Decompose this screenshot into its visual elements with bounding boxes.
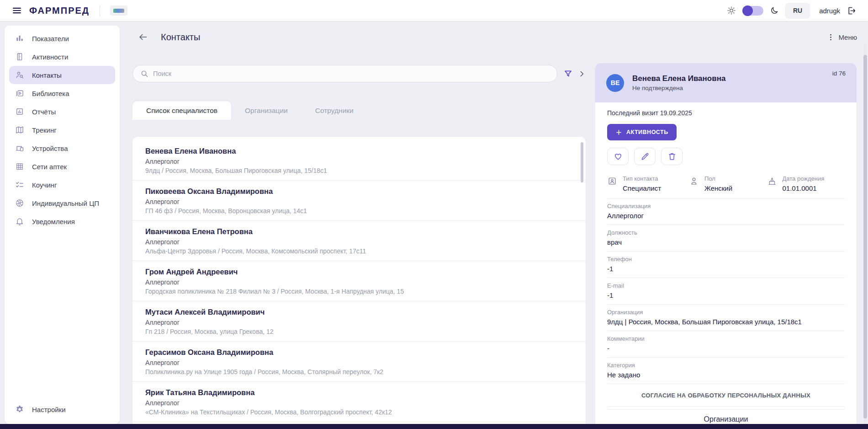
sidebar-item-icon bbox=[15, 125, 24, 134]
sidebar-item-label: Контакты bbox=[32, 71, 62, 79]
contact-list-item[interactable]: Венева Елена Ивановна Аллерголог 9лдц / … bbox=[132, 140, 586, 180]
sidebar-item[interactable]: Отчёты bbox=[9, 102, 115, 121]
filter-icon[interactable] bbox=[563, 69, 573, 79]
sidebar-item-label: Коучинг bbox=[32, 181, 57, 189]
edit-button[interactable] bbox=[634, 148, 656, 165]
summary-field: Дата рождения 01.01.0001 bbox=[767, 175, 845, 192]
consent-section-header[interactable]: СОГЛАСИЕ НА ОБРАБОТКУ ПЕРСОНАЛЬНЫХ ДАННЫ… bbox=[607, 384, 845, 407]
contact-item-name: Венева Елена Ивановна bbox=[145, 146, 573, 156]
theme-toggle[interactable] bbox=[742, 6, 763, 16]
sidebar-item-label: Показатели bbox=[32, 35, 69, 43]
field-value: -1 bbox=[607, 265, 845, 273]
add-activity-label: АКТИВНОСТЬ bbox=[626, 129, 668, 135]
contact-item-name: Герасимов Оксана Владимировна bbox=[145, 347, 573, 357]
contact-list-item[interactable]: Ярик Татьяна Владимировна Аллерголог «СМ… bbox=[132, 381, 586, 422]
delete-button[interactable] bbox=[661, 148, 683, 165]
contact-item-specialty: Аллерголог bbox=[145, 237, 573, 247]
contact-list-item[interactable]: Мутаси Алексей Владимирович Аллерголог Г… bbox=[132, 301, 586, 341]
hamburger-menu-icon[interactable] bbox=[12, 5, 22, 16]
detail-field: Организация 9лдц | Россия, Москва, Больш… bbox=[607, 305, 845, 331]
contact-detail-header: ВЕ Венева Елена Ивановна Не подтверждена… bbox=[595, 63, 857, 102]
field-value: Не задано bbox=[607, 371, 845, 379]
sidebar-item-icon bbox=[15, 70, 24, 80]
partner-logo-mark bbox=[113, 9, 124, 13]
topbar-right: RU adrugk bbox=[727, 3, 856, 18]
sidebar-item-icon bbox=[15, 52, 24, 61]
field-value: Женский bbox=[704, 184, 732, 192]
detail-field: E-mail -1 bbox=[607, 278, 845, 305]
contact-item-name: Мутаси Алексей Владимирович bbox=[145, 307, 573, 317]
contact-item-name: Гром Андрей Андреевич bbox=[145, 267, 573, 277]
detail-fields: Специализация Аллерголог Должность врач … bbox=[607, 198, 845, 384]
contact-list-item[interactable]: Иванчикова Елена Петровна Аллерголог Аль… bbox=[132, 220, 586, 261]
sidebar-item[interactable]: Индивидуальный ЦП bbox=[9, 194, 115, 212]
summary-field: Пол Женский bbox=[689, 175, 767, 192]
sidebar-item[interactable]: Устройства bbox=[9, 139, 115, 157]
contact-item-specialty: Аллерголог bbox=[145, 398, 573, 408]
language-button[interactable]: RU bbox=[785, 3, 810, 18]
contact-item-name: Ярик Татьяна Владимировна bbox=[145, 387, 573, 397]
page-scrollbar-thumb[interactable] bbox=[863, 55, 867, 418]
sidebar-item[interactable]: Трекинг bbox=[9, 121, 115, 139]
contact-list-item[interactable]: Пиковеева Оксана Владимировна Аллерголог… bbox=[132, 180, 586, 220]
field-label: Специализация bbox=[607, 203, 845, 209]
sidebar-item-label: Библиотека bbox=[32, 90, 69, 97]
sidebar-item[interactable]: Контакты bbox=[9, 66, 115, 84]
menu-button[interactable]: Меню bbox=[827, 33, 857, 41]
add-activity-button[interactable]: АКТИВНОСТЬ bbox=[607, 124, 677, 140]
tab-label: Организации bbox=[245, 107, 288, 115]
sidebar-item-icon bbox=[15, 144, 24, 153]
contact-list-item[interactable]: Герасимов Оксана Владимировна Аллерголог… bbox=[132, 341, 586, 381]
sun-icon bbox=[727, 6, 736, 15]
tab[interactable]: Список специалистов bbox=[132, 101, 231, 120]
sidebar-item[interactable]: Показатели bbox=[9, 29, 115, 48]
field-value: - bbox=[607, 344, 845, 352]
avatar: ВЕ bbox=[606, 74, 624, 92]
sidebar-item-label: Индивидуальный ЦП bbox=[32, 199, 99, 207]
sidebar-item-label: Сети аптек bbox=[32, 163, 67, 171]
detail-field: Комментарии - bbox=[607, 331, 845, 358]
contact-item-specialty: Аллерголог bbox=[145, 278, 573, 287]
search-input[interactable] bbox=[153, 70, 550, 77]
field-label: Тип контакта bbox=[623, 175, 661, 182]
logout-icon[interactable] bbox=[847, 6, 856, 16]
pencil-icon bbox=[640, 152, 650, 161]
contact-item-address: Городская поликлиника № 218 Филиал № 3 /… bbox=[145, 287, 573, 296]
topbar-left: ФАРМПРЕД bbox=[12, 5, 127, 16]
sidebar-item-label: Уведомления bbox=[32, 218, 75, 225]
field-value: 9лдц | Россия, Москва, Большая Пироговск… bbox=[607, 318, 845, 326]
chevron-right-icon[interactable] bbox=[578, 70, 586, 78]
topbar-divider bbox=[100, 5, 100, 16]
contact-detail-panel: ВЕ Венева Елена Ивановна Не подтверждена… bbox=[595, 63, 857, 429]
contact-list-item[interactable]: Гром Андрей Андреевич Аллерголог Городск… bbox=[132, 261, 586, 301]
partner-logo-badge bbox=[110, 5, 127, 16]
contact-item-specialty: Аллерголог bbox=[145, 157, 573, 166]
tab[interactable]: Организации bbox=[231, 101, 302, 120]
contact-item-name: Иванчикова Елена Петровна bbox=[145, 226, 573, 236]
list-scrollbar[interactable] bbox=[581, 140, 583, 424]
sidebar-item[interactable]: Сети аптек bbox=[9, 157, 115, 176]
back-arrow-icon[interactable] bbox=[138, 32, 148, 42]
sidebar-item[interactable]: Уведомления bbox=[9, 212, 115, 231]
sidebar-item[interactable]: Библиотека bbox=[9, 84, 115, 102]
username: adrugk bbox=[819, 7, 840, 15]
bottom-strip bbox=[0, 424, 868, 429]
page-header: Контакты Меню bbox=[138, 30, 857, 44]
contact-item-name: Пиковеева Оксана Владимировна bbox=[145, 186, 573, 196]
sidebar-item[interactable]: Коучинг bbox=[9, 176, 115, 194]
contacts-list: Венева Елена Ивановна Аллерголог 9лдц / … bbox=[132, 137, 586, 429]
field-value: врач bbox=[607, 238, 845, 246]
sidebar-item-label: Отчёты bbox=[32, 108, 56, 116]
list-scrollbar-thumb[interactable] bbox=[581, 142, 583, 182]
page-scrollbar[interactable] bbox=[863, 44, 867, 424]
tab[interactable]: Сотрудники bbox=[302, 101, 367, 120]
summary-field-icon bbox=[689, 176, 699, 186]
sidebar-item-settings[interactable]: Настройки bbox=[9, 400, 115, 418]
field-label: Пол bbox=[704, 175, 732, 182]
favorite-button[interactable] bbox=[607, 148, 629, 165]
sidebar-nav: Показатели Активности Контакты Библиотек… bbox=[5, 26, 120, 231]
sidebar-item[interactable]: Активности bbox=[9, 48, 115, 66]
detail-field: Специализация Аллерголог bbox=[607, 198, 845, 225]
sidebar-item-label: Устройства bbox=[32, 145, 68, 152]
contact-item-address: 9лдц / Россия, Москва, Большая Пироговск… bbox=[145, 166, 573, 175]
